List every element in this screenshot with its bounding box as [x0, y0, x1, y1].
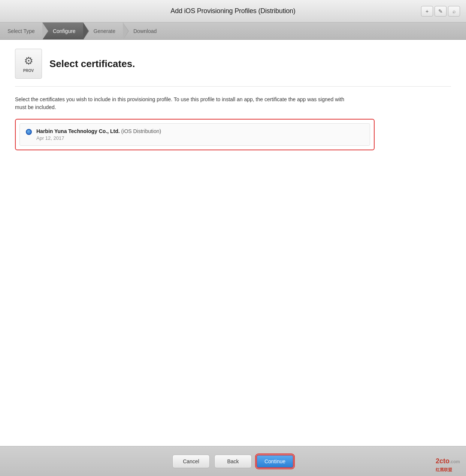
certificate-list-container: Harbin Yuna Technology Co., Ltd. (iOS Di…	[15, 119, 375, 150]
certificate-item[interactable]: Harbin Yuna Technology Co., Ltd. (iOS Di…	[19, 123, 370, 146]
page-title: Select certificates.	[49, 58, 135, 70]
prov-icon-label: PROV	[23, 69, 34, 73]
radio-selected-icon	[26, 129, 32, 135]
step-configure[interactable]: Configure	[42, 22, 83, 39]
bottom-bar: Cancel Back Continue 2cto.com 红黑联盟	[0, 446, 466, 476]
title-bar: Add iOS Provisioning Profiles (Distribut…	[0, 0, 466, 22]
continue-button[interactable]: Continue	[256, 455, 294, 468]
certificate-date: Apr 12, 2017	[36, 135, 161, 141]
prov-file-icon: ⚙ PROV	[15, 49, 42, 79]
cancel-button[interactable]: Cancel	[172, 455, 210, 468]
step-select-type[interactable]: Select Type	[0, 22, 42, 39]
gear-icon: ⚙	[24, 55, 33, 67]
edit-button[interactable]: ✎	[435, 6, 447, 16]
title-bar-actions: + ✎ ⌕	[421, 6, 460, 16]
search-button[interactable]: ⌕	[448, 6, 460, 16]
certificate-name: Harbin Yuna Technology Co., Ltd. (iOS Di…	[36, 128, 161, 134]
add-button[interactable]: +	[421, 6, 433, 16]
steps-bar: Select Type Configure Generate Download	[0, 22, 466, 40]
main-content: ⚙ PROV Select certificates. Select the c…	[0, 40, 466, 446]
description-text: Select the certificates you wish to incl…	[15, 96, 352, 111]
watermark: 2cto.com 红黑联盟	[436, 457, 460, 473]
back-button[interactable]: Back	[214, 455, 252, 468]
page-header: ⚙ PROV Select certificates.	[15, 49, 451, 87]
step-download[interactable]: Download	[123, 22, 164, 39]
window-title: Add iOS Provisioning Profiles (Distribut…	[170, 7, 295, 15]
certificate-info: Harbin Yuna Technology Co., Ltd. (iOS Di…	[36, 128, 161, 141]
